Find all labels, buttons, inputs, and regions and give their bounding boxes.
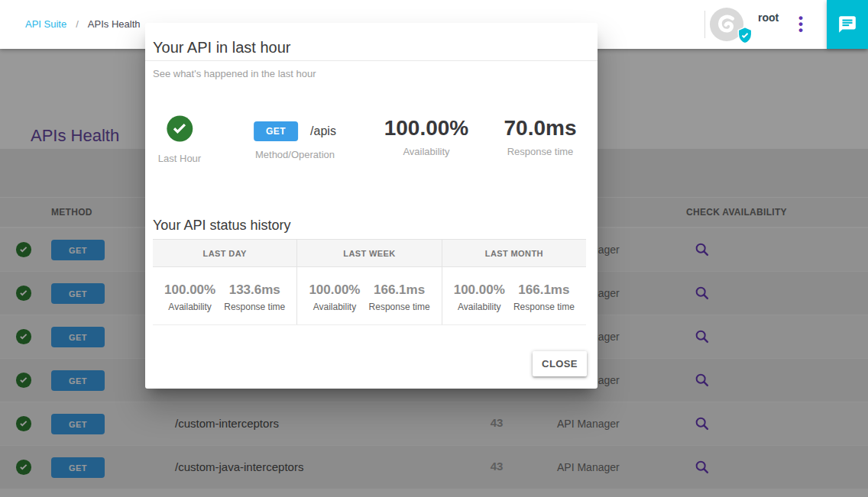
last-day-cell: 100.00% Availability 133.6ms Response ti… <box>153 267 297 324</box>
breadcrumb-link-api-suite[interactable]: API Suite <box>25 18 66 30</box>
chat-icon <box>837 15 857 34</box>
method-chip[interactable]: GET <box>254 121 298 141</box>
verified-shield-icon <box>735 26 755 46</box>
user-name: root <box>758 11 779 24</box>
operation-path: /apis <box>310 124 336 138</box>
chat-button[interactable] <box>827 0 868 49</box>
last-month-availability: 100.00% <box>454 282 505 298</box>
availability-label: Availability <box>309 302 360 312</box>
last-week-cell: 100.00% Availability 166.1ms Response ti… <box>297 267 442 324</box>
response-time-label: Response time <box>224 302 285 312</box>
status-history-heading: Your API status history <box>153 218 290 234</box>
last-day-response: 133.6ms <box>224 282 285 298</box>
response-time-label: Response time <box>513 302 575 312</box>
availability-label: Availability <box>454 302 505 312</box>
last-week-response: 166.1ms <box>369 282 430 298</box>
column-header-last-week: LAST WEEK <box>297 240 442 266</box>
response-time-label: Response time <box>504 146 577 157</box>
availability-value: 100.00% <box>384 116 469 140</box>
breadcrumb: API Suite / APIs Health <box>25 18 140 30</box>
availability-label: Availability <box>164 302 215 312</box>
more-options-icon[interactable]: ••• <box>793 15 808 35</box>
column-header-last-month: LAST MONTH <box>442 240 586 266</box>
dialog-subtitle: See what's happened in the last hour <box>153 68 316 79</box>
response-time-value: 70.0ms <box>504 116 577 140</box>
dialog-title: Your API in last hour <box>153 39 291 56</box>
response-time-stat: 70.0ms Response time <box>504 116 577 157</box>
response-time-label: Response time <box>369 302 430 312</box>
method-operation-label: Method/Operation <box>254 149 336 160</box>
last-hour-label: Last Hour <box>158 153 201 164</box>
history-body-row: 100.00% Availability 133.6ms Response ti… <box>153 267 586 325</box>
history-header-row: LAST DAY LAST WEEK LAST MONTH <box>153 239 586 267</box>
topbar-divider <box>704 11 705 38</box>
availability-stat: 100.00% Availability <box>384 116 469 157</box>
availability-label: Availability <box>384 146 469 157</box>
method-operation-stat: GET /apis Method/Operation <box>254 121 336 160</box>
status-history-table: LAST DAY LAST WEEK LAST MONTH 100.00% Av… <box>153 239 586 325</box>
api-last-hour-dialog: Your API in last hour See what's happene… <box>145 23 598 389</box>
breadcrumb-separator: / <box>76 18 79 30</box>
last-month-response: 166.1ms <box>513 282 575 298</box>
last-hour-status: Last Hour <box>158 115 201 164</box>
last-month-cell: 100.00% Availability 166.1ms Response ti… <box>442 267 586 324</box>
last-day-availability: 100.00% <box>164 282 215 298</box>
status-ok-icon <box>166 115 194 143</box>
close-button[interactable]: CLOSE <box>533 351 587 376</box>
breadcrumb-current-apis-health: APIs Health <box>88 18 141 30</box>
column-header-last-day: LAST DAY <box>153 240 297 266</box>
dialog-title-divider <box>145 60 598 61</box>
last-week-availability: 100.00% <box>309 282 360 298</box>
